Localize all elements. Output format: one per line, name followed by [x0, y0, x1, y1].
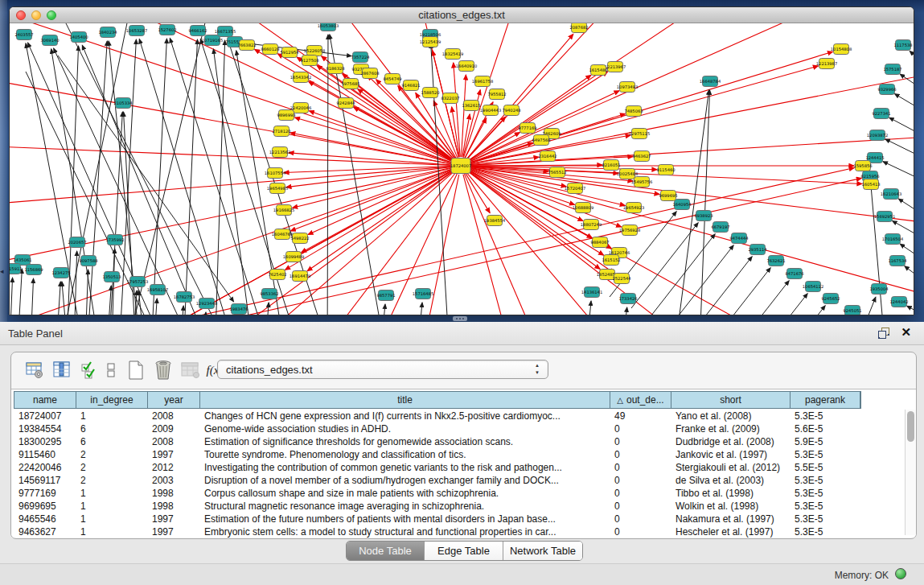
table-cell[interactable]: 1 [76, 513, 147, 525]
network-graph[interactable]: 2403557306914014054001840234106532871527… [10, 23, 914, 315]
table-cell[interactable]: 1997 [147, 449, 199, 460]
column-header-in-degree[interactable]: in_degree [76, 392, 148, 408]
table-cell[interactable]: 0 [610, 436, 671, 447]
table-row[interactable]: 1456911722003Disruption of a novel membe… [14, 474, 902, 487]
table-cell[interactable]: Jankovic et al. (1997) [671, 449, 790, 460]
network-canvas[interactable]: 2403557306914014054001840234106532871527… [10, 23, 914, 315]
table-cell[interactable]: Dudbridge et al. (2008) [671, 436, 790, 447]
table-cell[interactable]: 5.3E-5 [790, 475, 860, 486]
table-cell[interactable]: 5.5E-5 [790, 462, 860, 473]
table-cell[interactable]: Embryonic stem cells: a model to study s… [199, 526, 610, 538]
table-cell[interactable]: 2012 [147, 462, 199, 473]
table-cell[interactable]: 0 [610, 513, 671, 525]
table-cell[interactable]: 14569117 [14, 475, 76, 486]
table-cell[interactable]: 0 [610, 501, 671, 512]
column-header-out-de-[interactable]: △out_de... [610, 392, 671, 408]
table-cell[interactable]: 0 [610, 526, 671, 538]
table-row[interactable]: 1830029562008Estimation of significance … [14, 435, 902, 448]
tab-node-table[interactable]: Node Table [347, 542, 425, 560]
table-cell[interactable]: 5.3E-5 [790, 501, 860, 512]
table-cell[interactable]: Structural magnetic resonance image aver… [199, 501, 610, 512]
column-header-short[interactable]: short [671, 392, 791, 408]
table-row[interactable]: 2242004622012Investigating the contribut… [14, 461, 902, 474]
tab-network-table[interactable]: Network Table [503, 542, 582, 560]
column-header-name[interactable]: name [14, 392, 76, 408]
table-scrollbar-thumb[interactable] [907, 411, 914, 442]
table-cell[interactable]: 1 [76, 488, 147, 499]
table-cell[interactable]: 0 [610, 449, 671, 460]
table-cell[interactable]: 1 [76, 410, 147, 422]
table-cell[interactable]: 49 [610, 410, 671, 422]
table-cell[interactable]: 5.9E-5 [790, 436, 860, 447]
table-cell[interactable]: 0 [610, 475, 671, 486]
table-cell[interactable]: 2003 [147, 475, 199, 486]
table-cell[interactable]: Estimation of significance thresholds fo… [199, 436, 610, 447]
table-cell[interactable]: 9465546 [14, 513, 76, 525]
table-cell[interactable]: Estimation of the future numbers of pati… [199, 513, 610, 525]
table-row[interactable]: 1872400712008Changes of HCN gene express… [14, 410, 902, 422]
table-row[interactable]: 911546021997Tourette syndrome. Phenomeno… [14, 448, 902, 461]
table-options-icon[interactable] [24, 360, 45, 381]
table-cell[interactable]: 22420046 [14, 462, 76, 473]
table-cell[interactable]: 9463627 [14, 526, 76, 538]
table-cell[interactable]: Changes of HCN gene expression and I(f) … [199, 410, 610, 422]
table-cell[interactable]: Corpus callosum shape and size in male p… [199, 488, 610, 499]
table-cell[interactable]: Wolkin et al. (1998) [671, 501, 790, 512]
table-cell[interactable]: Nakamura et al. (1997) [671, 513, 790, 525]
table-cell[interactable]: Genome-wide association studies in ADHD. [199, 423, 610, 435]
table-cell[interactable]: 2 [76, 475, 147, 486]
table-cell[interactable]: Stergiakouli et al. (2012) [671, 462, 790, 473]
table-cell[interactable]: 5.3E-5 [790, 513, 860, 525]
table-cell[interactable]: 2008 [147, 410, 199, 422]
column-header-title[interactable]: title [200, 392, 610, 408]
float-window-icon[interactable] [877, 327, 890, 340]
table-cell[interactable]: 5.3E-5 [790, 449, 860, 460]
table-cell[interactable]: 5.6E-5 [790, 423, 860, 435]
table-cell[interactable]: 9115460 [14, 449, 76, 460]
table-row[interactable]: 1938455462009Genome-wide association stu… [14, 422, 902, 435]
table-cell[interactable]: Yano et al. (2008) [671, 410, 790, 422]
table-cell[interactable]: 5.3E-5 [790, 410, 860, 422]
table-cell[interactable]: Tibbo et al. (1998) [671, 488, 790, 499]
table-row[interactable]: 946362711997Embryonic stem cells: a mode… [14, 525, 902, 538]
new-column-icon[interactable] [125, 360, 146, 381]
network-window-titlebar[interactable]: citations_edges.txt [10, 7, 914, 23]
table-cell[interactable]: de Silva et al. (2003) [671, 475, 790, 486]
table-cell[interactable]: 1 [76, 526, 147, 538]
table-cell[interactable]: 1 [76, 501, 147, 512]
column-header-year[interactable]: year [148, 392, 200, 408]
table-cell[interactable]: 1998 [147, 488, 199, 499]
tab-edge-table[interactable]: Edge Table [425, 542, 503, 560]
table-cell[interactable]: 2 [76, 462, 147, 473]
table-cell[interactable]: 9777169 [14, 488, 76, 499]
table-cell[interactable]: 18300295 [14, 436, 76, 447]
table-selector-dropdown[interactable]: citations_edges.txt ▲▼ [217, 360, 548, 379]
table-row[interactable]: 977716911998Corpus callosum shape and si… [14, 487, 902, 500]
table-cell[interactable]: 9699695 [14, 501, 76, 512]
split-pane-handle[interactable] [453, 316, 467, 321]
table-cell[interactable]: Tourette syndrome. Phenomenology and cla… [199, 449, 610, 460]
table-cell[interactable]: 1997 [147, 513, 199, 525]
collapse-left-arrow-icon[interactable]: ◂ [0, 267, 4, 275]
select-all-icon[interactable] [79, 360, 100, 381]
network-window[interactable]: citations_edges.txt 24035573069140140540… [9, 6, 914, 315]
table-cell[interactable]: 5.3E-5 [790, 488, 860, 499]
table-cell[interactable]: Franke et al. (2009) [671, 423, 790, 435]
table-cell[interactable]: Disruption of a novel member of a sodium… [199, 475, 610, 486]
table-cell[interactable]: 2009 [147, 423, 199, 435]
close-panel-icon[interactable]: ✕ [901, 325, 911, 340]
table-cell[interactable]: 5.3E-5 [790, 526, 860, 538]
table-row[interactable]: 969969511998Structural magnetic resonanc… [14, 500, 902, 513]
table-cell[interactable]: 0 [610, 488, 671, 499]
row-height-icon[interactable] [104, 360, 118, 381]
table-cell[interactable]: 6 [76, 436, 147, 447]
column-header-pagerank[interactable]: pagerank [791, 392, 860, 408]
table-cell[interactable]: Hescheler et al. (1997) [671, 526, 790, 538]
table-cell[interactable]: 1997 [147, 526, 199, 538]
table-cell[interactable]: Investigating the contribution of common… [199, 462, 610, 473]
table-cell[interactable]: 1998 [147, 501, 199, 512]
delete-column-icon[interactable] [153, 360, 174, 381]
table-row[interactable]: 946554611997Estimation of the future num… [14, 513, 902, 525]
table-cell[interactable]: 0 [610, 423, 671, 435]
table-scrollbar[interactable] [905, 410, 916, 535]
